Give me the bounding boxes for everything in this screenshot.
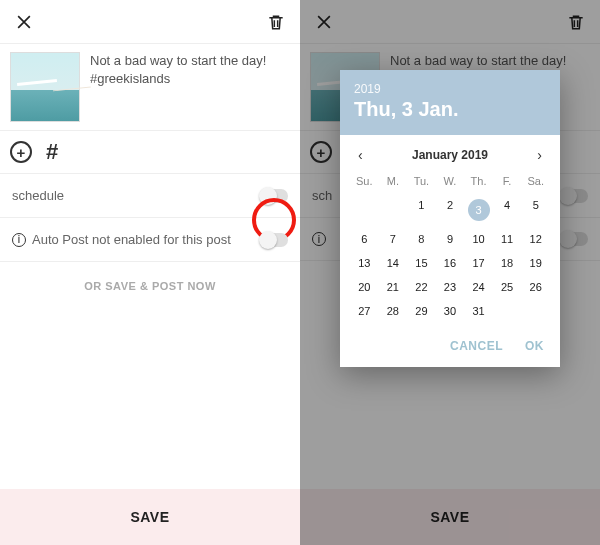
calendar-dow: Th.	[464, 171, 493, 193]
post-caption[interactable]: Not a bad way to start the day! #greekis…	[90, 52, 290, 122]
or-save-post-now[interactable]: OR SAVE & POST NOW	[0, 262, 300, 310]
calendar-day[interactable]: 7	[379, 227, 408, 251]
calendar-dow: F.	[493, 171, 522, 193]
save-button[interactable]: SAVE	[0, 489, 300, 545]
close-icon[interactable]	[10, 8, 38, 36]
date-picker-header: 2019 Thu, 3 Jan.	[340, 70, 560, 135]
calendar-day[interactable]: 25	[493, 275, 522, 299]
calendar: ‹ January 2019 › Su.M.Tu.W.Th.F.Sa.12345…	[340, 135, 560, 329]
calendar-day[interactable]: 26	[521, 275, 550, 299]
date-picker: 2019 Thu, 3 Jan. ‹ January 2019 › Su.M.T…	[340, 70, 560, 367]
calendar-day[interactable]: 15	[407, 251, 436, 275]
calendar-day[interactable]: 1	[407, 193, 436, 227]
calendar-day[interactable]: 3	[464, 193, 493, 227]
calendar-day[interactable]: 18	[493, 251, 522, 275]
calendar-day[interactable]: 12	[521, 227, 550, 251]
calendar-day[interactable]: 5	[521, 193, 550, 227]
compose-panel-with-picker: Not a bad way to start the day! #greekis…	[300, 0, 600, 545]
cancel-button[interactable]: CANCEL	[450, 339, 503, 353]
picker-actions: CANCEL OK	[340, 329, 560, 367]
schedule-toggle[interactable]	[260, 189, 288, 203]
calendar-day[interactable]: 13	[350, 251, 379, 275]
picker-year[interactable]: 2019	[354, 82, 546, 96]
calendar-grid: Su.M.Tu.W.Th.F.Sa.1234567891011121314151…	[350, 171, 550, 323]
next-month-icon[interactable]: ›	[533, 147, 546, 163]
calendar-day[interactable]: 9	[436, 227, 465, 251]
autopost-label: Auto Post not enabled for this post	[32, 232, 231, 247]
autopost-row: i Auto Post not enabled for this post	[0, 218, 300, 262]
calendar-day[interactable]: 29	[407, 299, 436, 323]
calendar-dow: Tu.	[407, 171, 436, 193]
calendar-day[interactable]: 11	[493, 227, 522, 251]
calendar-dow: M.	[379, 171, 408, 193]
compose-panel: Not a bad way to start the day! #greekis…	[0, 0, 300, 545]
hashtag-icon[interactable]: #	[46, 139, 58, 165]
action-row: + #	[0, 131, 300, 174]
calendar-day[interactable]: 24	[464, 275, 493, 299]
calendar-day[interactable]: 16	[436, 251, 465, 275]
info-icon: i	[12, 233, 26, 247]
calendar-day[interactable]: 30	[436, 299, 465, 323]
add-icon[interactable]: +	[10, 141, 32, 163]
calendar-day[interactable]: 19	[521, 251, 550, 275]
calendar-month-title: January 2019	[412, 148, 488, 162]
calendar-day[interactable]: 23	[436, 275, 465, 299]
autopost-toggle[interactable]	[260, 233, 288, 247]
calendar-day[interactable]: 20	[350, 275, 379, 299]
ok-button[interactable]: OK	[525, 339, 544, 353]
calendar-day[interactable]: 8	[407, 227, 436, 251]
calendar-day[interactable]: 2	[436, 193, 465, 227]
calendar-day[interactable]: 17	[464, 251, 493, 275]
calendar-day[interactable]: 28	[379, 299, 408, 323]
schedule-label: schedule	[12, 188, 64, 203]
trash-icon[interactable]	[262, 8, 290, 36]
calendar-day[interactable]: 14	[379, 251, 408, 275]
calendar-day[interactable]: 4	[493, 193, 522, 227]
calendar-day[interactable]: 22	[407, 275, 436, 299]
post-content-row: Not a bad way to start the day! #greekis…	[0, 44, 300, 131]
schedule-row: schedule	[0, 174, 300, 218]
calendar-day[interactable]: 21	[379, 275, 408, 299]
prev-month-icon[interactable]: ‹	[354, 147, 367, 163]
calendar-day[interactable]: 6	[350, 227, 379, 251]
post-thumbnail[interactable]	[10, 52, 80, 122]
picker-selected-date: Thu, 3 Jan.	[354, 98, 546, 121]
calendar-day[interactable]: 31	[464, 299, 493, 323]
calendar-nav: ‹ January 2019 ›	[350, 145, 550, 171]
calendar-dow: W.	[436, 171, 465, 193]
calendar-day[interactable]: 27	[350, 299, 379, 323]
calendar-dow: Su.	[350, 171, 379, 193]
calendar-day[interactable]: 10	[464, 227, 493, 251]
topbar	[0, 0, 300, 44]
calendar-dow: Sa.	[521, 171, 550, 193]
